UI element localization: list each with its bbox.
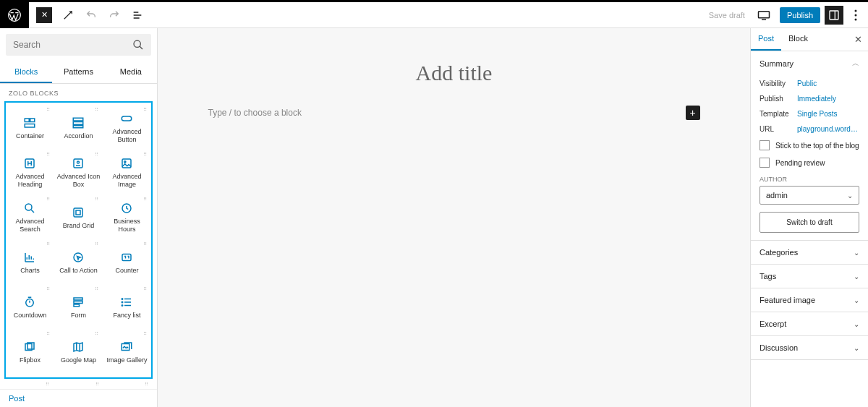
block-container[interactable]: Container	[6, 106, 54, 150]
inserter-footer-link[interactable]: Post	[0, 389, 157, 407]
block-counter[interactable]: Counter	[103, 240, 151, 285]
chevron-down-icon: ⌄	[854, 320, 859, 328]
post-title-input[interactable]: Add title	[416, 61, 493, 85]
tab-media[interactable]: Media	[105, 61, 157, 83]
inserter-tabs: Blocks Patterns Media	[0, 61, 157, 84]
block-fancy-list[interactable]: Fancy list	[103, 285, 151, 330]
svg-rect-17	[122, 159, 131, 168]
search-icon	[132, 39, 144, 51]
svg-rect-20	[74, 208, 82, 217]
document-overview-button[interactable]	[126, 4, 149, 27]
block-extra-3[interactable]	[103, 380, 153, 389]
svg-rect-28	[74, 304, 80, 307]
settings-toggle[interactable]	[825, 6, 843, 25]
save-draft-button[interactable]: Save draft	[709, 11, 745, 20]
block-flipbox[interactable]: Flipbox	[6, 330, 54, 374]
block-brand-grid[interactable]: Brand Grid	[54, 195, 103, 240]
tab-block[interactable]: Block	[781, 28, 815, 51]
svg-point-3	[855, 9, 857, 12]
block-advanced-heading[interactable]: Advanced Heading	[6, 150, 54, 195]
block-advanced-button[interactable]: Advanced Button	[103, 106, 151, 150]
block-category-label: ZOLO BLOCKS	[0, 84, 157, 100]
svg-point-4	[855, 14, 857, 16]
block-extra-1[interactable]	[4, 380, 54, 389]
chevron-up-icon: ︿	[852, 59, 859, 69]
svg-point-19	[25, 204, 32, 210]
preview-button[interactable]	[752, 4, 775, 27]
add-block-button[interactable]: +	[686, 106, 700, 120]
block-advanced-icon-box[interactable]: Advanced Icon Box	[54, 150, 103, 195]
block-search[interactable]	[6, 34, 151, 56]
panel-tags[interactable]: Tags⌄	[751, 265, 868, 288]
svg-rect-10	[74, 118, 84, 121]
visibility-value[interactable]: Public	[797, 80, 859, 87]
redo-button[interactable]	[103, 4, 126, 27]
close-sidebar-button[interactable]: ✕	[854, 34, 862, 45]
block-countdown[interactable]: Countdown	[6, 285, 54, 330]
panel-categories[interactable]: Categories⌄	[751, 241, 868, 264]
svg-rect-9	[25, 124, 35, 127]
block-google-map[interactable]: Google Map	[54, 330, 103, 374]
tab-post[interactable]: Post	[751, 28, 781, 51]
editor-header: ✕ Save draft Publish	[0, 2, 868, 28]
undo-button[interactable]	[80, 4, 103, 27]
panel-featured-image[interactable]: Featured image⌄	[751, 288, 868, 312]
wordpress-logo[interactable]	[0, 2, 29, 28]
tab-blocks[interactable]: Blocks	[0, 61, 52, 83]
svg-rect-26	[74, 298, 82, 300]
zolo-blocks-group: Container Accordion Advanced Button Adva…	[4, 101, 153, 379]
publish-button[interactable]: Publish	[780, 7, 820, 23]
form-icon	[72, 296, 85, 309]
flipbox-icon	[23, 340, 36, 354]
map-icon	[72, 340, 85, 354]
svg-point-30	[122, 301, 124, 303]
settings-sidebar: Post Block ✕ Summary ︿ VisibilityPublic …	[750, 28, 868, 407]
block-business-hours[interactable]: Business Hours	[103, 195, 151, 240]
clock-icon	[120, 202, 133, 215]
editor-canvas: Add title Type / to choose a block +	[158, 28, 750, 407]
publish-value[interactable]: Immediately	[797, 95, 859, 103]
icon-box-icon	[72, 157, 85, 170]
cta-icon	[72, 251, 85, 264]
grid-icon	[72, 206, 85, 219]
block-image-gallery[interactable]: Image Gallery	[103, 330, 151, 374]
block-advanced-search[interactable]: Advanced Search	[6, 195, 54, 240]
tools-button[interactable]	[56, 4, 80, 27]
svg-rect-11	[74, 121, 84, 124]
svg-rect-8	[30, 119, 35, 122]
svg-rect-12	[74, 125, 84, 127]
block-form[interactable]: Form	[54, 285, 103, 330]
author-select[interactable]: admin⌄	[760, 186, 859, 205]
search-input[interactable]	[13, 40, 132, 50]
close-inserter-button[interactable]: ✕	[36, 7, 52, 23]
svg-point-5	[855, 18, 857, 20]
panel-summary-header[interactable]: Summary ︿	[751, 51, 868, 76]
tab-patterns[interactable]: Patterns	[52, 61, 104, 83]
switch-to-draft-button[interactable]: Switch to draft	[760, 212, 859, 233]
pending-checkbox[interactable]	[760, 158, 770, 168]
options-button[interactable]	[848, 6, 864, 25]
search-block-icon	[23, 202, 36, 215]
svg-point-18	[124, 161, 126, 163]
svg-rect-24	[122, 254, 131, 260]
block-call-to-action[interactable]: Call to Action	[54, 240, 103, 285]
chevron-down-icon: ⌄	[854, 344, 859, 352]
chevron-down-icon: ⌄	[854, 296, 859, 304]
svg-rect-1	[758, 11, 769, 17]
svg-point-6	[134, 40, 140, 47]
svg-rect-21	[76, 210, 80, 215]
panel-excerpt[interactable]: Excerpt⌄	[751, 312, 868, 335]
block-advanced-image[interactable]: Advanced Image	[103, 150, 151, 195]
sticky-checkbox[interactable]	[760, 140, 770, 150]
panel-discussion[interactable]: Discussion⌄	[751, 336, 868, 359]
block-charts[interactable]: Charts	[6, 240, 54, 285]
block-accordion[interactable]: Accordion	[54, 106, 103, 150]
svg-point-31	[122, 304, 124, 306]
block-extra-2[interactable]	[54, 380, 103, 389]
chevron-down-icon: ⌄	[847, 192, 853, 200]
svg-rect-2	[830, 11, 838, 20]
template-value[interactable]: Single Posts	[797, 110, 859, 118]
block-prompt[interactable]: Type / to choose a block	[208, 108, 302, 118]
list-icon	[120, 296, 133, 309]
url-value[interactable]: playground.wordpress...	[797, 125, 859, 133]
